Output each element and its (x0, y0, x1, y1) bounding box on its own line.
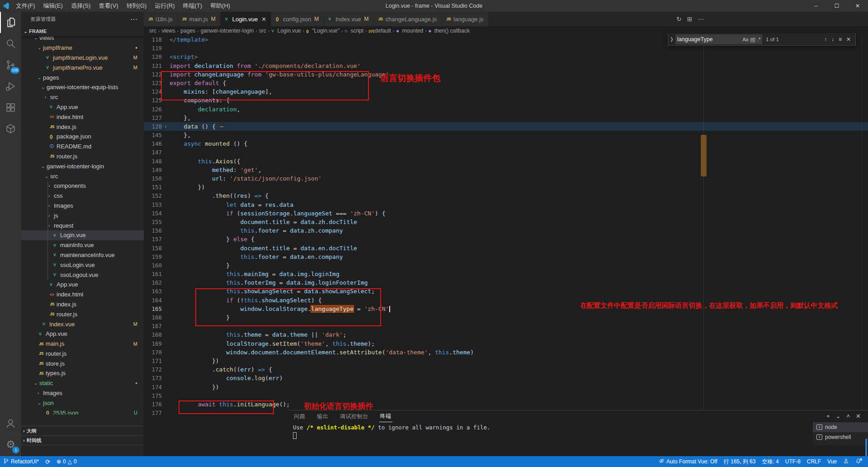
code-line-156[interactable]: 156 this.footer = data.zh.company (144, 226, 868, 235)
tree-item-README.md[interactable]: ⓘREADME.md (21, 142, 144, 152)
code-line-167[interactable]: 167 (144, 322, 868, 330)
activity-settings-icon[interactable]: ⚙1 (0, 434, 21, 455)
tree-item-index.html[interactable]: <>index.html (21, 290, 144, 300)
activity-source-control-icon[interactable]: 105 (0, 54, 21, 76)
tree-item-ganwei-iotcenter-login[interactable]: ⌄ganwei-iotcenter-login (21, 161, 144, 171)
find-in-selection-icon[interactable]: ≡ (839, 36, 842, 43)
tree-item-ssoLogin.vue[interactable]: VssoLogin.vue (21, 260, 144, 270)
code-line-173[interactable]: 173 console.log(err) (144, 374, 868, 382)
breadcrumb-item-views[interactable]: views (162, 28, 175, 34)
tree-item-pages[interactable]: ⌄pages (21, 72, 144, 82)
panel-tab-调试控制台[interactable]: 调试控制台 (339, 411, 369, 422)
menu-item[interactable]: 运行(R) (151, 0, 179, 12)
tree-item-2535.json[interactable]: {}2535.jsonU (21, 408, 144, 415)
menu-item[interactable]: 查看(V) (94, 0, 122, 12)
editor-tab-language.js[interactable]: JSlanguage.js (442, 12, 489, 26)
tree-item-mainInfo.vue[interactable]: VmainInfo.vue (21, 240, 144, 250)
breadcrumb-item-src[interactable]: src (259, 28, 266, 34)
code-line-164[interactable]: 164 if (!this.showLangSelect) { (144, 296, 868, 305)
code-line-165[interactable]: 165 window.localStorage.languageType = '… (144, 305, 868, 313)
tree-item-router.js[interactable]: JSrouter.js (21, 309, 144, 319)
code-line-157[interactable]: 157 } else { (144, 235, 868, 243)
more-actions-icon[interactable]: ⋯ (698, 15, 704, 23)
close-icon[interactable]: ✕ (847, 0, 868, 12)
tree-item-jumpIframeLogin.vue[interactable]: VjumpIframeLogin.vueM (21, 53, 144, 63)
editor-tab-changeLanguage.js[interactable]: JSchangeLanguage.js (374, 12, 442, 26)
code-line-170[interactable]: 170 window.document.documentElement.setA… (144, 348, 868, 357)
feedback[interactable] (840, 456, 852, 467)
minimize-icon[interactable]: ─ (806, 0, 826, 12)
problems-status[interactable]: ⊗0△0 (53, 456, 80, 467)
find-next-icon[interactable]: ↓ (831, 36, 834, 43)
code-line-160[interactable]: 160 } (144, 261, 868, 270)
breadcrumb-item-script[interactable]: ◇script (344, 28, 363, 34)
code-line-171[interactable]: 171 }) (144, 357, 868, 365)
tree-item-package.json[interactable]: {}package.json (21, 132, 144, 142)
eol[interactable]: CRLF (804, 456, 824, 467)
tree-item-components[interactable]: ›components (21, 181, 144, 191)
code-line-125[interactable]: 125 components: { (144, 96, 868, 105)
section-header-timeline[interactable]: › 时间线 (21, 435, 144, 445)
code-line-161[interactable]: 161 this.mainImg = data.img.loginImg (144, 270, 868, 278)
tree-item-App.vue[interactable]: VApp.vue (21, 280, 144, 290)
code-line-128[interactable]: 128› data () { ⋯ (144, 122, 868, 131)
editor-tab-Login.vue[interactable]: VLogin.vue✕ (221, 12, 271, 26)
tab-close-icon[interactable]: ✕ (261, 16, 266, 23)
code-line-126[interactable]: 126 declaration, (144, 105, 868, 114)
breadcrumb-item-pages[interactable]: pages (180, 28, 195, 34)
cursor-position[interactable]: 行 165, 列 63 (721, 456, 759, 467)
editor-tab-Index.vue[interactable]: VIndex.vueM (324, 12, 373, 26)
code-editor[interactable]: 118</template>119120<script>121import de… (144, 35, 868, 421)
breadcrumb-item-ganweiiotcenterlogin[interactable]: ganwei-iotcenter-login (201, 28, 254, 34)
code-line-127[interactable]: 127 }, (144, 114, 868, 122)
code-line-124[interactable]: 124 mixins: [changeLanguage], (144, 87, 868, 96)
code-line-158[interactable]: 158 document.title = data.en.docTitle (144, 244, 868, 253)
sidebar-more-actions-icon[interactable]: ⋯ (130, 15, 137, 24)
editor-tab-i18n.js[interactable]: JSi18n.js (144, 12, 178, 26)
activity-extensions-icon[interactable] (0, 97, 21, 118)
panel-maximize-icon[interactable]: ˄ (847, 413, 850, 419)
find-input[interactable] (677, 36, 741, 43)
tree-item-ganwei-iotcenter-equip-lists[interactable]: ⌄ganwei-iotcenter-equip-lists (21, 82, 144, 92)
code-line-145[interactable]: 145 }, (144, 131, 868, 139)
tree-item-json[interactable]: ⌄json (21, 398, 144, 408)
menu-item[interactable]: 帮助(H) (206, 0, 234, 12)
tree-item-views[interactable]: ⌄views (21, 36, 144, 43)
tree-item-maintenanceInfo.vue[interactable]: VmaintenanceInfo.vue (21, 250, 144, 260)
whole-word-icon[interactable]: ab (750, 36, 755, 42)
tree-item-App.vue[interactable]: VApp.vue (21, 102, 144, 112)
activity-files-icon[interactable] (0, 12, 21, 33)
code-line-175[interactable]: 175 (144, 391, 868, 400)
tree-item-App.vue[interactable]: VApp.vue (21, 329, 144, 339)
section-header-frame[interactable]: ⌄ FRAME (21, 26, 144, 36)
editor-tab-config.json[interactable]: {}config.jsonM (271, 12, 324, 26)
terminal-dropdown-icon[interactable]: ⌄ (836, 413, 841, 419)
tree-item-types.js[interactable]: JStypes.js (21, 368, 144, 378)
tree-item-store.js[interactable]: JSstore.js (21, 358, 144, 368)
tree-item-jumpIframe[interactable]: ⌄jumpIframe● (21, 43, 144, 53)
tree-item-static[interactable]: ⌄static● (21, 378, 144, 388)
history-icon[interactable]: ↻ (676, 15, 682, 23)
activity-account-icon[interactable] (0, 413, 21, 434)
tree-item-index.html[interactable]: <>index.html (21, 112, 144, 122)
code-line-151[interactable]: 151 }) (144, 183, 868, 191)
tree-item-js[interactable]: ›js (21, 210, 144, 220)
menu-item[interactable]: 文件(F) (12, 0, 39, 12)
code-line-122[interactable]: 122import changeLanguage from 'gw-base-u… (144, 70, 868, 79)
tree-item-router.js[interactable]: JSrouter.js (21, 152, 144, 162)
encoding[interactable]: UTF-8 (782, 456, 804, 467)
split-editor-icon[interactable]: ⊞ (687, 15, 693, 23)
notifications[interactable] (852, 456, 864, 467)
code-line-121[interactable]: 121import declaration from './components… (144, 62, 868, 70)
breadcrumb-item-default[interactable]: [@]default (369, 28, 391, 34)
breadcrumb-item-mounted[interactable]: ◆mounted (396, 28, 423, 34)
panel-tab-终端[interactable]: 终端 (379, 410, 392, 422)
code-line-159[interactable]: 159 this.footer = data.en.company (144, 253, 868, 261)
tree-item-css[interactable]: ›css (21, 191, 144, 201)
menu-item[interactable]: 终端(T) (179, 0, 206, 12)
panel-close-icon[interactable]: ✕ (856, 413, 861, 419)
code-line-120[interactable]: 120<script> (144, 52, 868, 61)
git-branch[interactable]: RefactorUI* (0, 456, 42, 467)
breadcrumb-item-Login.vue[interactable]: VLogin.vue (271, 28, 301, 34)
code-line-147[interactable]: 147 (144, 148, 868, 157)
